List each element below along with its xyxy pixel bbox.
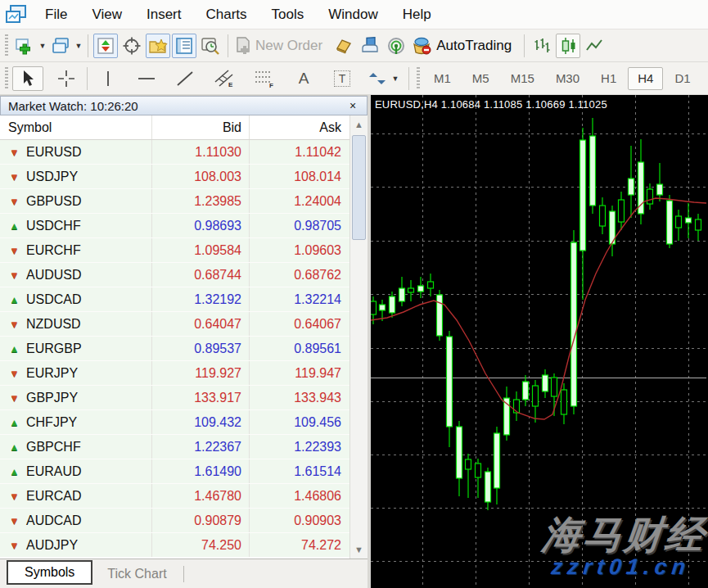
market-watch-row-AUDCAD[interactable]: ▼AUDCAD0.908790.90903 — [0, 509, 349, 533]
autotrading-button[interactable]: AutoTrading — [410, 34, 519, 58]
vertical-line-icon — [100, 70, 116, 88]
candlestick-chart-type-button[interactable] — [556, 34, 580, 58]
crosshair-tool-button[interactable] — [51, 66, 82, 91]
price-down-arrow-icon: ▼ — [8, 491, 20, 501]
column-header-bid[interactable]: Bid — [151, 115, 249, 139]
menu-file[interactable]: File — [33, 0, 79, 29]
equidistant-channel-icon: E — [214, 69, 235, 88]
market-watch-row-EURUSD[interactable]: ▼EURUSD1.110301.11042 — [0, 140, 349, 165]
bid-value: 0.64047 — [151, 312, 249, 336]
fibonacci-button[interactable]: F — [248, 66, 281, 91]
text-label-button[interactable]: T — [327, 66, 358, 91]
market-watch-row-EURJPY[interactable]: ▼EURJPY119.927119.947 — [0, 361, 349, 386]
scroll-down-arrow-icon[interactable]: ▼ — [350, 541, 368, 559]
symbol-name: CHFJPY — [26, 415, 77, 430]
signals-button[interactable] — [384, 34, 408, 58]
profiles-button[interactable] — [48, 34, 73, 58]
trendline-button[interactable] — [169, 66, 201, 91]
line-chart-type-button[interactable] — [582, 34, 607, 58]
timeframe-M5[interactable]: M5 — [462, 67, 499, 90]
vertical-line-button[interactable] — [92, 66, 124, 91]
close-icon[interactable]: × — [346, 99, 359, 112]
navigator-button[interactable] — [146, 34, 170, 58]
scrollbar[interactable]: ▲ ▼ — [349, 115, 368, 559]
timeframe-H1[interactable]: H1 — [591, 67, 626, 90]
timeframe-W1[interactable]: W1 — [702, 67, 708, 90]
market-watch-row-AUDUSD[interactable]: ▼AUDUSD0.687440.68762 — [0, 263, 349, 287]
market-watch-row-USDJPY[interactable]: ▼USDJPY108.003108.014 — [0, 165, 349, 189]
bid-value: 133.917 — [151, 386, 249, 409]
symbol-name: GBPCHF — [26, 440, 81, 455]
timeframe-M30[interactable]: M30 — [546, 67, 589, 90]
table-header-row[interactable]: Symbol Bid Ask — [0, 115, 349, 140]
profiles-dropdown-arrow-icon[interactable]: ▼ — [74, 34, 83, 58]
market-watch-row-EURCHF[interactable]: ▼EURCHF1.095841.09603 — [0, 238, 349, 263]
menu-view[interactable]: View — [79, 0, 134, 29]
toolbar-gripper[interactable] — [5, 67, 8, 90]
scrollbar-thumb[interactable] — [352, 135, 366, 240]
new-chart-dropdown-arrow-icon[interactable]: ▼ — [38, 34, 47, 58]
menu-help[interactable]: Help — [390, 0, 444, 29]
ask-value: 1.61514 — [249, 459, 349, 483]
toolbar-gripper[interactable] — [417, 67, 420, 90]
chart-area[interactable]: EURUSD,H4 1.10684 1.11085 1.10669 1.1102… — [371, 95, 708, 588]
standard-toolbar: ▼ ▼ — [0, 29, 708, 62]
price-up-arrow-icon: ▲ — [8, 221, 20, 231]
timeframe-M15[interactable]: M15 — [501, 67, 544, 90]
symbol-name: EURGBP — [26, 341, 82, 356]
tab-symbols[interactable]: Symbols — [7, 560, 92, 585]
symbol-name: AUDJPY — [26, 538, 78, 553]
ask-value: 1.24004 — [249, 189, 349, 213]
data-window-button[interactable] — [120, 34, 144, 58]
scroll-up-arrow-icon[interactable]: ▲ — [350, 115, 368, 133]
market-watch-row-NZDUSD[interactable]: ▼NZDUSD0.640470.64067 — [0, 312, 349, 337]
symbol-name: USDCAD — [26, 292, 82, 307]
arrows-tool-button[interactable] — [365, 66, 390, 91]
column-header-ask[interactable]: Ask — [249, 115, 349, 139]
arrows-dropdown-arrow-icon[interactable]: ▼ — [390, 66, 400, 91]
bid-value: 119.927 — [151, 361, 249, 385]
toolbar-gripper[interactable] — [5, 34, 8, 57]
menu-insert[interactable]: Insert — [134, 0, 194, 29]
text-tool-button[interactable]: A — [288, 66, 319, 91]
horizontal-line-button[interactable] — [131, 66, 162, 91]
market-watch-row-EURAUD[interactable]: ▲EURAUD1.614901.61514 — [0, 459, 349, 484]
timeframe-M1[interactable]: M1 — [424, 67, 461, 90]
metaeditor-button[interactable] — [358, 34, 382, 58]
terminal-button[interactable] — [172, 34, 196, 58]
timeframe-D1[interactable]: D1 — [665, 67, 700, 90]
market-watch-row-EURGBP[interactable]: ▲EURGBP0.895370.89561 — [0, 337, 349, 361]
timeframe-H4[interactable]: H4 — [628, 67, 663, 90]
watermark-line2: zzrt01.cn — [538, 554, 704, 580]
new-order-button[interactable]: New Order — [233, 34, 330, 58]
bid-value: 1.09584 — [151, 238, 249, 262]
market-watch-tabs: Symbols Tick Chart — [0, 559, 368, 588]
equidistant-channel-button[interactable]: E — [208, 66, 241, 91]
market-watch-row-CHFJPY[interactable]: ▲CHFJPY109.432109.456 — [0, 410, 349, 435]
bar-chart-type-button[interactable] — [530, 34, 554, 58]
market-watch-row-GBPCHF[interactable]: ▲GBPCHF1.223671.22393 — [0, 435, 349, 459]
new-chart-button[interactable] — [12, 34, 37, 58]
strategy-tester-button[interactable] — [198, 34, 223, 58]
ask-value: 108.014 — [249, 165, 349, 188]
tab-tick-chart[interactable]: Tick Chart — [92, 563, 181, 585]
menu-window[interactable]: Window — [316, 0, 390, 29]
market-watch-row-USDCAD[interactable]: ▲USDCAD1.321921.32214 — [0, 287, 349, 312]
autotrading-label: AutoTrading — [436, 38, 512, 54]
price-down-arrow-icon: ▼ — [8, 516, 20, 526]
menu-charts[interactable]: Charts — [193, 0, 259, 29]
menu-tools[interactable]: Tools — [259, 0, 317, 29]
market-watch-row-GBPUSD[interactable]: ▼GBPUSD1.239851.24004 — [0, 189, 349, 214]
market-watch-row-USDCHF[interactable]: ▲USDCHF0.986930.98705 — [0, 214, 349, 238]
price-up-arrow-icon: ▲ — [8, 442, 20, 452]
column-header-symbol[interactable]: Symbol — [0, 120, 151, 135]
market-watch-row-AUDJPY[interactable]: ▼AUDJPY74.25074.272 — [0, 533, 349, 558]
market-watch-row-EURCAD[interactable]: ▼EURCAD1.467801.46806 — [0, 484, 349, 509]
deposit-button[interactable] — [331, 34, 356, 58]
market-watch-titlebar[interactable]: Market Watch: 10:26:20 × — [0, 96, 368, 115]
bid-value: 0.90879 — [151, 509, 249, 532]
market-watch-row-GBPJPY[interactable]: ▼GBPJPY133.917133.943 — [0, 386, 349, 410]
cursor-tool-button[interactable] — [12, 66, 43, 91]
market-watch-toggle-button[interactable] — [93, 34, 118, 58]
symbol-name: EURCAD — [26, 489, 82, 504]
